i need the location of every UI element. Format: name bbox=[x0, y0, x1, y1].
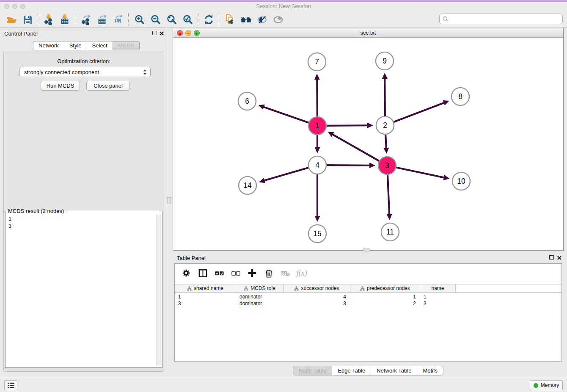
mcds-result-title: MCDS result (2 nodes) bbox=[7, 208, 65, 214]
toolbar-separator bbox=[219, 13, 220, 26]
column-header-shared-name[interactable]: shared name bbox=[175, 284, 236, 292]
edge-arrowhead bbox=[314, 74, 320, 80]
edge-3-1[interactable] bbox=[332, 134, 380, 162]
column-header-label: name bbox=[431, 285, 444, 291]
table-cell: 3 bbox=[420, 300, 456, 307]
dropdown-stepper-icon bbox=[143, 69, 147, 77]
table-cell: 1 bbox=[175, 293, 236, 300]
column-header-MCDS-role[interactable]: MCDS role bbox=[236, 284, 284, 292]
export-network-icon[interactable] bbox=[78, 13, 94, 26]
show-details-icon[interactable] bbox=[270, 13, 286, 26]
edge-1-2[interactable] bbox=[325, 125, 369, 126]
table-panel-title: Table Panel bbox=[177, 255, 206, 261]
tab-style[interactable]: Style bbox=[64, 41, 87, 50]
run-mcds-button[interactable]: Run MCDS bbox=[41, 81, 80, 91]
float-panel-icon[interactable] bbox=[152, 31, 157, 35]
task-history-button[interactable] bbox=[4, 380, 17, 390]
edge-2-3[interactable] bbox=[385, 133, 386, 149]
table-row[interactable]: 3dominator323 bbox=[175, 300, 561, 307]
vertical-splitter-grip[interactable] bbox=[167, 197, 171, 204]
import-network-icon[interactable] bbox=[41, 13, 57, 26]
tab-select[interactable]: Select bbox=[87, 41, 113, 50]
refresh-icon[interactable] bbox=[201, 13, 217, 26]
table-close-panel-icon[interactable] bbox=[557, 254, 563, 260]
main-toolbar bbox=[0, 12, 567, 28]
gear-icon[interactable] bbox=[181, 268, 192, 279]
search-box[interactable] bbox=[439, 14, 563, 24]
table-cell: dominator bbox=[236, 293, 284, 300]
open-folder-icon[interactable] bbox=[3, 13, 19, 26]
delete-table-icon bbox=[280, 268, 291, 279]
deselect-all-icon[interactable] bbox=[230, 268, 241, 279]
control-panel-header: Control Panel bbox=[0, 28, 167, 39]
zoom-out-icon[interactable] bbox=[147, 13, 163, 26]
tab-motifs[interactable]: Motifs bbox=[417, 366, 443, 375]
toolbar-separator bbox=[128, 13, 129, 26]
list-icon bbox=[7, 382, 15, 389]
column-header-filler bbox=[456, 284, 561, 292]
close-panel-icon[interactable] bbox=[159, 30, 165, 36]
table-column-headers: shared nameMCDS rolesuccessor nodesprede… bbox=[175, 284, 561, 293]
column-header-label: MCDS role bbox=[250, 285, 275, 291]
window-title: Session: New Session bbox=[0, 3, 567, 9]
zoom-fit-icon[interactable] bbox=[163, 13, 179, 26]
table-cell: dominator bbox=[236, 300, 284, 307]
close-panel-button[interactable]: Close panel bbox=[86, 81, 130, 91]
home-icon[interactable] bbox=[238, 13, 254, 26]
search-input[interactable] bbox=[449, 15, 562, 22]
edge-arrowhead bbox=[383, 148, 389, 154]
clone-network-icon[interactable] bbox=[222, 13, 238, 26]
hide-details-icon[interactable] bbox=[254, 13, 270, 26]
select-all-icon[interactable] bbox=[214, 268, 225, 279]
edge-3-10[interactable] bbox=[395, 167, 445, 178]
table-cell: 2 bbox=[350, 300, 420, 307]
edge-3-11[interactable] bbox=[388, 173, 389, 215]
edge-4-14[interactable] bbox=[263, 167, 310, 181]
tab-network-table[interactable]: Network Table bbox=[371, 366, 417, 375]
column-header-predecessor-nodes[interactable]: predecessor nodes bbox=[350, 284, 420, 292]
column-header-successor-nodes[interactable]: successor nodes bbox=[284, 284, 350, 292]
tab-mcds[interactable]: MCDS bbox=[113, 41, 140, 50]
edge-1-7[interactable] bbox=[317, 78, 317, 118]
edge-arrowhead bbox=[259, 178, 265, 183]
export-table-icon[interactable] bbox=[94, 13, 110, 26]
optimization-criterion-select[interactable]: strongly connected component bbox=[19, 67, 151, 77]
table-panel: Table Panel f(x) shared nameMCDS rolesuc… bbox=[173, 252, 564, 375]
memory-label: Memory bbox=[541, 382, 559, 388]
edge-1-6[interactable] bbox=[263, 107, 310, 123]
zoom-in-icon[interactable] bbox=[131, 13, 147, 26]
title-bar-accent bbox=[0, 0, 567, 2]
column-header-name[interactable]: name bbox=[420, 284, 456, 292]
table-float-panel-icon[interactable] bbox=[549, 255, 554, 259]
tab-edge-table[interactable]: Edge Table bbox=[332, 366, 371, 375]
edge-2-8[interactable] bbox=[392, 102, 445, 123]
tab-network[interactable]: Network bbox=[33, 41, 64, 50]
save-icon[interactable] bbox=[19, 13, 36, 26]
node-table: f(x) shared nameMCDS rolesuccessor nodes… bbox=[174, 263, 562, 362]
tab-node-table[interactable]: Node Table bbox=[293, 366, 333, 375]
column-header-label: successor nodes bbox=[301, 285, 339, 291]
hierarchy-icon bbox=[294, 286, 299, 291]
dropdown-value: strongly connected component bbox=[24, 69, 99, 75]
export-image-icon[interactable] bbox=[110, 13, 126, 26]
edge-arrowhead bbox=[369, 163, 375, 168]
column-header-label: shared name bbox=[194, 285, 223, 291]
mcds-panel: Optimization criterion: strongly connect… bbox=[3, 51, 164, 372]
graph-node-label: 15 bbox=[313, 229, 321, 238]
table-row[interactable]: 1dominator411 bbox=[175, 293, 561, 300]
memory-button[interactable]: Memory bbox=[530, 380, 563, 390]
column-header-label: predecessor nodes bbox=[367, 285, 410, 291]
fx-icon: f(x) bbox=[296, 268, 307, 279]
result-scrollbar[interactable] bbox=[156, 215, 162, 365]
add-row-icon[interactable] bbox=[247, 268, 258, 279]
horizontal-splitter-grip[interactable] bbox=[363, 248, 370, 251]
edge-4-3[interactable] bbox=[325, 165, 371, 166]
columns-icon[interactable] bbox=[197, 268, 208, 279]
network-canvas[interactable]: 7968124314101511 bbox=[173, 38, 563, 250]
graph-node-label: 9 bbox=[383, 57, 387, 65]
zoom-selected-icon[interactable] bbox=[179, 13, 195, 26]
import-table-icon[interactable] bbox=[57, 13, 73, 26]
edge-2-9[interactable] bbox=[385, 77, 385, 118]
delete-row-icon[interactable] bbox=[263, 268, 274, 279]
status-bar: Memory bbox=[0, 377, 567, 392]
